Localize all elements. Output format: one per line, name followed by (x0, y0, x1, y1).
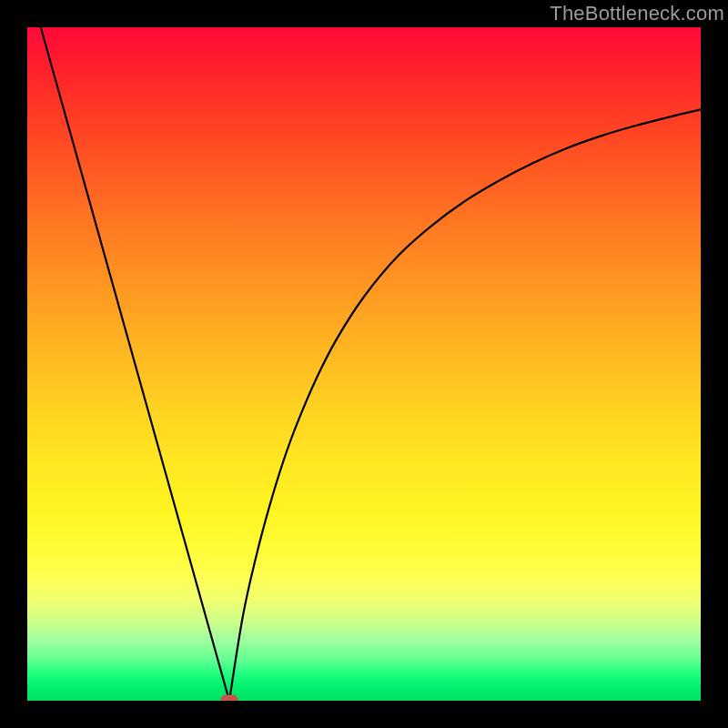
min-marker (221, 695, 238, 701)
chart-plot-area (27, 27, 701, 701)
watermark-text: TheBottleneck.com (550, 2, 724, 25)
curve-left (41, 27, 229, 701)
chart-frame: TheBottleneck.com (0, 0, 728, 728)
curve-right (229, 109, 701, 701)
chart-svg (27, 27, 701, 701)
